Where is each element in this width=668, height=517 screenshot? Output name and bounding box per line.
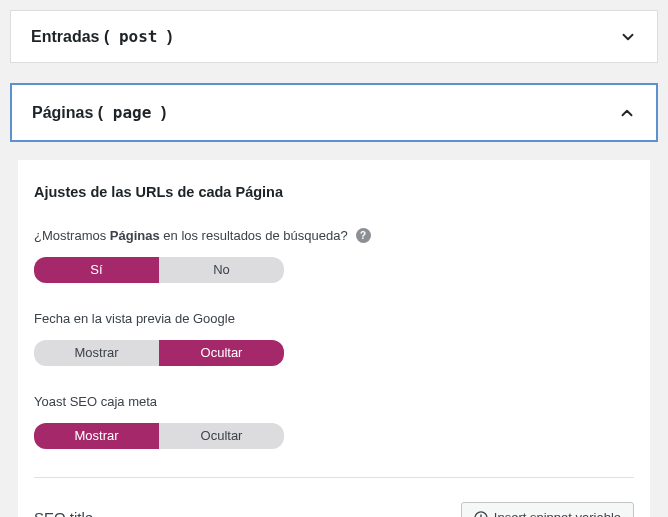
panel-title-posts: Entradas ( post ) (31, 27, 172, 46)
section-title: Ajustes de las URLs de cada Página (34, 184, 634, 200)
toggle-show-date[interactable]: Mostrar (34, 340, 159, 366)
panel-content-pages: Ajustes de las URLs de cada Página ¿Most… (10, 160, 658, 517)
panel-label-posts: Entradas (31, 28, 99, 45)
panel-title-pages: Páginas ( page ) (32, 103, 166, 122)
date-preview-label: Fecha en la vista previa de Google (34, 311, 634, 326)
date-preview-toggle: Mostrar Ocultar (34, 340, 284, 366)
chevron-up-icon (618, 104, 636, 122)
toggle-hide-date[interactable]: Ocultar (159, 340, 284, 366)
meta-box-toggle: Mostrar Ocultar (34, 423, 284, 449)
panel-header-pages[interactable]: Páginas ( page ) (12, 85, 656, 140)
chevron-down-icon (619, 28, 637, 46)
toggle-no[interactable]: No (159, 257, 284, 283)
insert-snippet-button[interactable]: Insert snippet variable (461, 502, 634, 517)
panel-pages: Páginas ( page ) (10, 83, 658, 142)
panel-label-pages: Páginas (32, 104, 93, 121)
panel-posts[interactable]: Entradas ( post ) (10, 10, 658, 63)
panel-slug-pages: page (103, 103, 161, 122)
toggle-yes[interactable]: Sí (34, 257, 159, 283)
panel-slug-posts: post (109, 27, 167, 46)
help-icon[interactable]: ? (356, 228, 371, 243)
insert-button-label: Insert snippet variable (494, 510, 621, 517)
meta-box-label: Yoast SEO caja meta (34, 394, 634, 409)
seo-title-row: SEO title Insert snippet variable (34, 502, 634, 517)
show-in-search-label: ¿Mostramos Páginas en los resultados de … (34, 228, 634, 243)
show-in-search-toggle: Sí No (34, 257, 284, 283)
plus-circle-icon (474, 511, 488, 518)
settings-section: Ajustes de las URLs de cada Página ¿Most… (18, 160, 650, 517)
panel-header-posts[interactable]: Entradas ( post ) (11, 11, 657, 62)
toggle-hide-meta[interactable]: Ocultar (159, 423, 284, 449)
seo-title-label: SEO title (34, 509, 93, 517)
label-text: ¿Mostramos Páginas en los resultados de … (34, 228, 348, 243)
divider (34, 477, 634, 478)
toggle-show-meta[interactable]: Mostrar (34, 423, 159, 449)
